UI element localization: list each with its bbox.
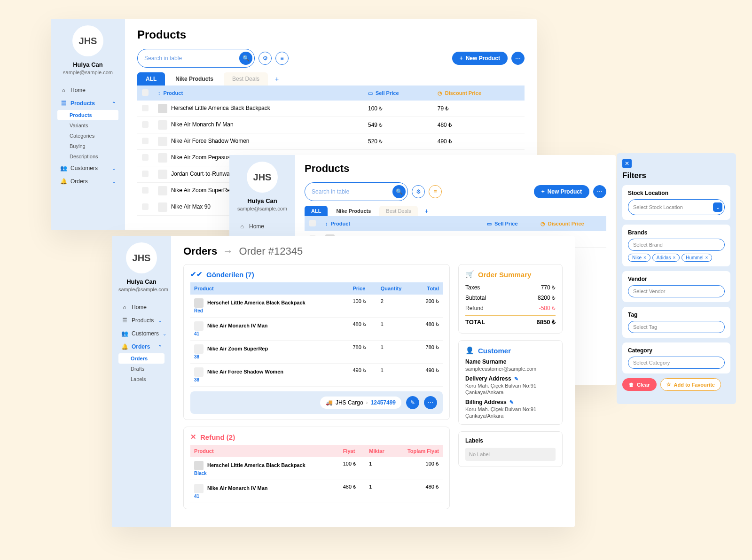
sidebar-item-home[interactable]: ⌂Home <box>118 301 164 314</box>
tab-nike[interactable]: Nike Products <box>167 72 222 86</box>
tab-nike[interactable]: Nike Products <box>329 206 377 216</box>
checkbox[interactable] <box>142 171 149 177</box>
stock-select[interactable]: Select Stock Location⌄ <box>628 199 725 215</box>
category-select[interactable]: Select Category <box>628 357 725 369</box>
sell-price: 520 ₺ <box>363 133 433 150</box>
edit-icon[interactable]: ✎ <box>514 376 518 382</box>
qty: 1 <box>377 318 415 341</box>
x-icon[interactable]: × <box>673 255 675 260</box>
more-icon[interactable]: ⋯ <box>593 185 606 198</box>
plus-icon: + <box>460 55 463 62</box>
table-row[interactable]: Nike Air Monarch IV Man41480 ₺1480 ₺ <box>190 480 443 503</box>
sliders-icon[interactable]: ≡ <box>275 52 289 65</box>
settings-icon[interactable]: ⚙ <box>412 185 425 198</box>
sell-price: 100 ₺ <box>363 101 433 117</box>
sidebar-item-products[interactable]: ☰Products⌃ <box>57 97 118 110</box>
checkbox[interactable] <box>142 187 149 194</box>
labels-empty[interactable]: No Label <box>465 448 556 461</box>
search-field[interactable]: 🔍 <box>137 49 255 68</box>
sidebar-sub-categories[interactable]: Categories <box>57 131 118 141</box>
more-icon[interactable]: ⋯ <box>424 396 437 409</box>
vendor-select[interactable]: Select Vendor <box>628 285 725 297</box>
users-icon: 👥 <box>121 330 128 337</box>
delivery-address-2: Çankaya/Ankara <box>465 389 556 395</box>
sidebar-sub-variants[interactable]: Variants <box>57 120 118 131</box>
sidebar-sub-descriptions[interactable]: Descriptions <box>57 151 118 162</box>
x-icon[interactable]: × <box>643 255 646 260</box>
chip-adidas[interactable]: Adidas× <box>652 254 680 262</box>
checkbox[interactable] <box>142 138 149 144</box>
total: 780 ₺ <box>415 341 443 364</box>
tracking-number[interactable]: 12457499 <box>371 399 396 406</box>
tab-best[interactable]: Best Deals <box>224 72 268 86</box>
table-row[interactable]: Nike Air Force Shadow Women38490 ₺1490 ₺ <box>190 364 443 387</box>
clear-button[interactable]: 🗑Clear <box>622 378 657 391</box>
product-name: Nike Air Zoom Pegasus <box>171 154 230 161</box>
sidebar-sub-buying[interactable]: Buying <box>57 141 118 151</box>
table-row[interactable]: Nike Air Zoom SuperRep38780 ₺1780 ₺ <box>190 341 443 364</box>
search-input[interactable] <box>144 55 239 62</box>
sidebar-sub-products[interactable]: Products <box>57 110 118 120</box>
search-icon[interactable]: 🔍 <box>239 52 252 65</box>
tag-icon: ▭ <box>487 221 492 227</box>
qty: 1 <box>365 480 394 503</box>
price: 100 ₺ <box>339 457 366 480</box>
table-row[interactable]: Herschel Little America Black BackpackRe… <box>190 295 443 318</box>
close-icon[interactable]: ✕ <box>622 159 632 168</box>
brand-select[interactable]: Select Brand <box>628 239 725 251</box>
labels-title: Labels <box>465 437 556 444</box>
sidebar-item-customers[interactable]: 👥Customers⌄ <box>57 162 118 175</box>
table-row[interactable]: Herschel Little America Black Backpack10… <box>137 101 525 117</box>
sidebar-item-customers[interactable]: 👥Customers⌄ <box>118 327 164 340</box>
chip-nike[interactable]: Nike× <box>628 254 650 262</box>
shipped-title: ✔✔Gönderilen (7) <box>190 270 443 279</box>
sidebar-item-home[interactable]: ⌂Home <box>57 84 118 97</box>
edit-icon[interactable]: ✎ <box>509 399 514 405</box>
sliders-icon[interactable]: ≡ <box>429 185 442 198</box>
checkbox[interactable] <box>142 203 149 210</box>
more-icon[interactable]: ⋯ <box>511 52 525 65</box>
tab-all[interactable]: ALL <box>305 206 328 216</box>
chip-hummel[interactable]: Hummel× <box>682 254 712 262</box>
sidebar-sub-labels[interactable]: Labels <box>118 374 164 384</box>
table-row[interactable]: Nike Air Monarch IV Man549 ₺480 ₺ <box>137 117 525 133</box>
tag-select[interactable]: Select Tag <box>628 321 725 333</box>
home-icon: ⌂ <box>121 304 128 311</box>
checkbox[interactable] <box>142 154 149 161</box>
tab-all[interactable]: ALL <box>137 72 165 86</box>
delivery-address-1: Koru Mah. Çiçek Bulvarı No:91 <box>465 383 556 389</box>
tab-add[interactable]: + <box>270 75 284 83</box>
new-product-button[interactable]: +New Product <box>452 52 508 65</box>
sidebar-item-orders[interactable]: 🔔Orders⌄ <box>57 175 118 188</box>
breadcrumb-current: Order #12345 <box>239 245 303 257</box>
settings-icon[interactable]: ⚙ <box>258 52 272 65</box>
edit-icon[interactable]: ✎ <box>406 396 419 409</box>
tab-best[interactable]: Best Deals <box>379 206 417 216</box>
search-field[interactable]: 🔍 <box>305 182 408 201</box>
bell-icon: 🔔 <box>121 343 128 350</box>
sidebar-sub-drafts[interactable]: Drafts <box>118 364 164 374</box>
billing-address-2: Çankaya/Ankara <box>465 413 556 419</box>
table-row[interactable]: Herschel Little America Black BackpackBl… <box>190 457 443 480</box>
new-product-button[interactable]: +New Product <box>534 185 589 198</box>
search-input[interactable] <box>312 188 392 195</box>
checkbox[interactable] <box>142 121 149 128</box>
sidebar-sub-orders[interactable]: Orders <box>118 353 164 364</box>
filter-vendor: Vendor Select Vendor <box>622 271 730 302</box>
checkbox-all[interactable] <box>309 220 316 226</box>
tab-add[interactable]: + <box>420 207 434 215</box>
search-icon[interactable]: 🔍 <box>392 185 406 198</box>
table-row[interactable]: Nike Air Force Shadow Women520 ₺490 ₺ <box>137 133 525 150</box>
x-icon[interactable]: × <box>705 255 708 260</box>
checkbox-all[interactable] <box>142 89 149 96</box>
breadcrumb-root[interactable]: Orders <box>183 245 217 257</box>
checkbox[interactable] <box>142 105 149 111</box>
cargo-pill[interactable]: 🚚JHS Cargo›12457499 <box>320 397 401 409</box>
tabs: ALL Nike Products Best Deals + <box>137 72 525 86</box>
sidebar-item-label: Products <box>132 317 154 324</box>
sidebar-item-home[interactable]: ⌂Home <box>236 220 289 233</box>
sidebar-item-products[interactable]: ☰Products⌄ <box>118 314 164 327</box>
sidebar-item-orders[interactable]: 🔔Orders⌃ <box>118 340 164 353</box>
table-row[interactable]: Nike Air Monarch IV Man41480 ₺1480 ₺ <box>190 318 443 341</box>
favourite-button[interactable]: ☆Add to Favourite <box>660 378 721 391</box>
